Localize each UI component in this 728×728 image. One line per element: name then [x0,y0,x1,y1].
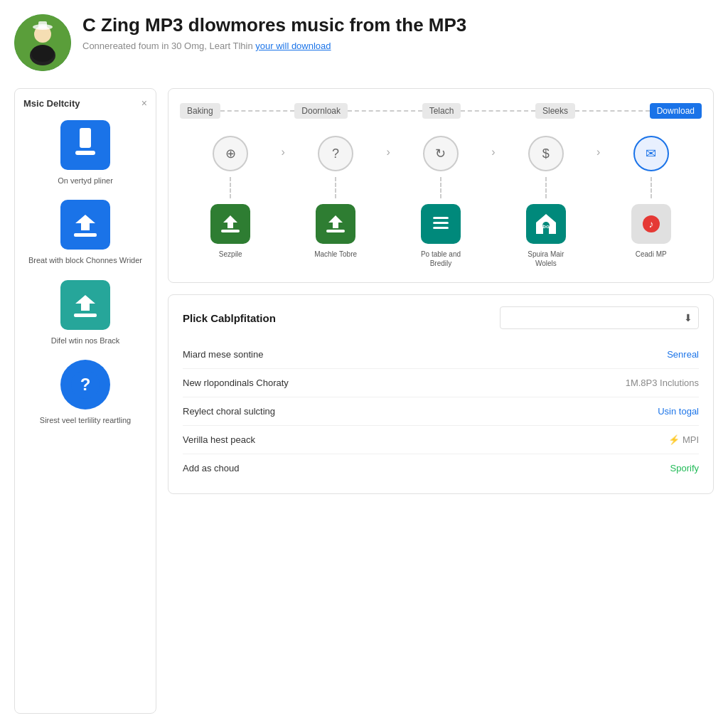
step-doornloak[interactable]: Doornloak [294,103,348,119]
header-text: C Zing MP3 dlowmores music from the MP3 … [82,14,466,51]
step-sleeks[interactable]: Sleeks [535,103,575,119]
details-title: Plick Cablpfitation [183,312,276,324]
step-baking[interactable]: Baking [180,103,220,119]
svg-rect-9 [74,233,97,237]
svg-text:bo: bo [542,223,550,230]
svg-rect-11 [74,314,97,317]
app-icon-ceadi[interactable]: ♪ [631,204,671,244]
detail-key-4: Verilla hest peack [183,434,255,445]
app-label-potable: Po table and Bredily [412,250,469,268]
svg-rect-7 [75,151,95,155]
detail-row-5: Add as choud Sporify [183,454,699,482]
svg-rect-18 [433,217,449,219]
connector-1 [220,110,295,112]
circle-question-icon: ? [318,136,353,171]
pipeline-icons: ⊕ Sezpile › ? [180,136,702,268]
app-label-spuira: Spuira Mair Wolels [518,250,574,268]
pipeline-icon-3: ↻ Po table and Bredily [390,136,492,268]
page-wrapper: C Zing MP3 dlowmores music from the MP3 … [0,0,728,728]
details-header: Plick Cablpfitation ⬇ [183,306,699,329]
app-icon-sezpile[interactable] [210,204,250,244]
dashed-line-1 [230,177,231,198]
detail-value-3[interactable]: Usin togal [658,406,699,417]
sidebar-header: Msic Deltcity × [23,97,147,109]
dashed-line-2 [335,177,336,198]
detail-value-1[interactable]: Senreal [667,349,699,360]
svg-marker-14 [223,215,237,228]
svg-marker-16 [328,215,343,228]
detail-value-5[interactable]: Sporify [670,463,699,473]
dashed-line-3 [440,177,441,198]
sidebar-item-3[interactable]: Difel wtin nos Brack [23,280,147,346]
main-layout: Msic Deltcity × On vertyd pliner [14,88,714,714]
svg-marker-10 [75,295,95,311]
detail-value-4: ⚡ MPI [668,434,699,445]
sidebar-item-1[interactable]: On vertyd pliner [23,120,147,186]
detail-row-3: Reylect choral sulcting Usin togal [183,397,699,426]
svg-rect-15 [221,230,240,232]
svg-rect-20 [433,227,449,229]
details-section: Plick Cablpfitation ⬇ Miard mese sontine… [168,294,714,494]
pipeline-steps: Baking Doornloak Telach Sleeks Download [180,103,702,119]
detail-key-1: Miard mese sontine [183,349,263,360]
pipeline-section: Baking Doornloak Telach Sleeks Download … [168,88,714,283]
detail-key-3: Reylect choral sulcting [183,406,275,417]
dashed-line-4 [545,177,547,198]
dashed-line-5 [651,177,652,198]
app-label-ceadi: Ceadi MP [636,250,667,259]
svg-point-3 [31,45,54,62]
detail-row-4: Verilla hest peack ⚡ MPI [183,426,699,454]
page-subtitle: Connereated foum in 30 Omg, Leart Tlhin … [82,41,466,51]
step-download[interactable]: Download [650,103,702,119]
sidebar-label-4: Sirest veel terlility reartling [40,415,131,425]
search-icon: ⬇ [684,312,692,323]
circle-dollar-icon: $ [528,136,564,171]
header: C Zing MP3 dlowmores music from the MP3 … [14,14,714,71]
sidebar-icon-2 [60,200,110,250]
circle-target-icon: ⊕ [213,136,248,171]
svg-rect-5 [38,21,47,28]
circle-email-icon: ✉ [633,136,669,171]
app-icon-machle[interactable] [316,204,355,244]
sidebar-label-3: Difel wtin nos Brack [51,336,120,346]
content-area: Baking Doornloak Telach Sleeks Download … [168,88,714,714]
app-icon-house[interactable]: bo [526,204,566,244]
sidebar-icon-1 [60,120,110,170]
step-telach[interactable]: Telach [422,103,461,119]
avatar-image [14,14,71,71]
connector-4 [575,110,650,112]
sidebar: Msic Deltcity × On vertyd pliner [14,88,156,714]
svg-rect-17 [326,230,345,232]
sidebar-icon-3 [60,280,110,330]
sidebar-title: Msic Deltcity [23,98,80,109]
detail-key-2: New rlopondinals Choraty [183,378,289,388]
connector-3 [461,110,535,112]
detail-key-5: Add as choud [183,463,240,473]
detail-row-1: Miard mese sontine Senreal [183,341,699,369]
svg-text:?: ? [80,375,91,394]
sidebar-item-4[interactable]: ? Sirest veel terlility reartling [23,360,147,425]
detail-value-2: 1M.8P3 Inclutions [626,378,699,388]
app-icon-spotify[interactable] [421,204,461,244]
avatar [14,14,71,71]
pipeline-icon-1: ⊕ Sezpile [180,136,282,259]
download-link[interactable]: your will download [255,41,331,51]
details-search-box[interactable]: ⬇ [500,306,699,329]
svg-rect-6 [80,128,91,148]
svg-marker-8 [75,215,95,230]
sidebar-close-button[interactable]: × [141,97,147,109]
pipeline-icon-5: ✉ ♪ Ceadi MP [600,136,702,259]
app-label-sezpile: Sezpile [219,250,242,259]
sidebar-item-2[interactable]: Breat with block Chonnes Wrider [23,200,147,265]
svg-rect-19 [433,222,449,224]
sidebar-label-1: On vertyd pliner [58,176,113,186]
circle-refresh-icon: ↻ [423,136,459,171]
pipeline-icon-4: $ bo Spuira Mair Wolels [496,136,597,268]
page-title: C Zing MP3 dlowmores music from the MP3 [82,14,466,36]
detail-row-2: New rlopondinals Choraty 1M.8P3 Inclutio… [183,369,699,397]
app-label-machle: Machle Tobre [314,250,357,259]
pipeline-icon-2: ? Machle Tobre [285,136,387,259]
sidebar-icon-4: ? [60,360,110,410]
connector-2 [348,110,422,112]
sidebar-label-2: Breat with block Chonnes Wrider [28,255,142,265]
